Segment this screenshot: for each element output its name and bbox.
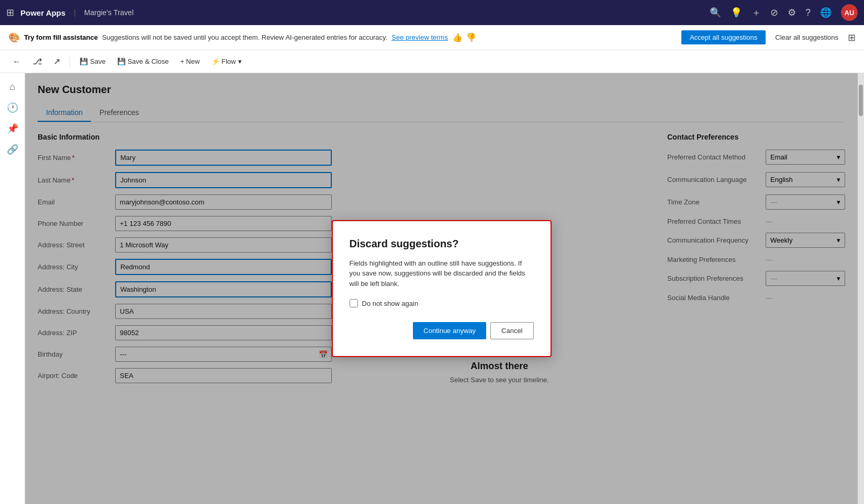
sidebar-clock-icon[interactable]: 🕐 xyxy=(3,98,22,117)
top-nav-right: 🔍 💡 ＋ ⊘ ⚙ ? 🌐 AU xyxy=(710,4,858,21)
thumbs-container: 👍 👎 xyxy=(452,32,476,42)
new-label: + New xyxy=(180,58,199,65)
sidebar-home-icon[interactable]: ⌂ xyxy=(3,77,22,96)
do-not-show-checkbox[interactable] xyxy=(350,299,358,307)
globe-icon[interactable]: 🌐 xyxy=(820,7,832,18)
ai-icon: 🎨 xyxy=(8,32,20,43)
thumbs-down-icon[interactable]: 👎 xyxy=(466,32,476,42)
modal-body: Fields highlighted with an outline still… xyxy=(350,258,534,289)
share-icon: ↗ xyxy=(53,56,60,66)
avatar[interactable]: AU xyxy=(841,4,858,21)
save-button[interactable]: 💾 Save xyxy=(75,55,110,67)
app-name: Margie's Travel xyxy=(84,8,133,17)
thumbs-up-icon[interactable]: 👍 xyxy=(452,32,463,42)
side-icon[interactable]: ⊞ xyxy=(848,32,856,43)
sidebar-network-icon[interactable]: 🔗 xyxy=(3,140,22,159)
save-close-icon: 💾 xyxy=(117,58,126,65)
flow-chevron-icon: ▾ xyxy=(238,58,242,65)
modal-actions: Continue anyway Cancel xyxy=(350,322,534,339)
flow-button[interactable]: ⚡ Flow ▾ xyxy=(207,55,246,67)
sidebar-pin-icon[interactable]: 📌 xyxy=(3,119,22,138)
settings-icon[interactable]: ⚙ xyxy=(788,7,796,18)
save-close-label: Save & Close xyxy=(128,58,169,65)
fork-icon: ⎇ xyxy=(32,56,42,66)
toolbar: ← ⎇ ↗ 💾 Save 💾 Save & Close + New ⚡ Flow… xyxy=(0,50,864,73)
main-layout: ⌂ 🕐 📌 🔗 New Customer Information Prefere… xyxy=(0,73,864,504)
suggestion-text: Suggestions will not be saved until you … xyxy=(102,33,387,41)
clear-all-button[interactable]: Clear all suggestions xyxy=(770,30,844,44)
content-area: New Customer Information Preferences Bas… xyxy=(25,73,858,504)
save-icon: 💾 xyxy=(80,58,88,65)
modal-title: Discard suggestions? xyxy=(350,238,534,250)
left-sidebar: ⌂ 🕐 📌 🔗 xyxy=(0,73,25,504)
accept-all-button[interactable]: Accept all suggestions xyxy=(681,30,766,44)
continue-anyway-button[interactable]: Continue anyway xyxy=(413,322,486,339)
suggestion-bold: Try form fill assistance xyxy=(24,33,98,41)
save-label: Save xyxy=(90,58,106,65)
nav-divider: | xyxy=(74,8,76,17)
lightbulb-icon[interactable]: 💡 xyxy=(731,7,742,18)
toolbar-divider-1 xyxy=(70,56,70,67)
save-close-button[interactable]: 💾 Save & Close xyxy=(113,55,173,67)
top-nav: ⊞ Power Apps | Margie's Travel 🔍 💡 ＋ ⊘ ⚙… xyxy=(0,0,864,25)
brand-name: Power Apps xyxy=(20,8,65,17)
flow-label: ⚡ Flow xyxy=(211,58,236,65)
suggestion-bar-right: Accept all suggestions Clear all suggest… xyxy=(681,30,856,44)
filter-icon[interactable]: ⊘ xyxy=(770,7,778,18)
discard-modal: Discard suggestions? Fields highlighted … xyxy=(332,220,552,358)
grid-icon[interactable]: ⊞ xyxy=(6,7,14,18)
preview-terms-link[interactable]: See preview terms xyxy=(391,33,448,41)
back-icon: ← xyxy=(13,57,21,66)
help-icon[interactable]: ? xyxy=(805,7,811,18)
scrollbar[interactable] xyxy=(858,73,864,504)
add-icon[interactable]: ＋ xyxy=(751,6,761,19)
scrollbar-thumb[interactable] xyxy=(859,85,863,116)
back-button[interactable]: ← xyxy=(8,55,25,68)
cancel-button[interactable]: Cancel xyxy=(490,322,533,339)
do-not-show-row: Do not show again xyxy=(350,299,534,307)
search-icon[interactable]: 🔍 xyxy=(710,7,721,18)
suggestion-bar: 🎨 Try form fill assistance Suggestions w… xyxy=(0,25,864,50)
fork-button[interactable]: ⎇ xyxy=(28,54,46,68)
do-not-show-label: Do not show again xyxy=(362,300,419,307)
suggestion-bar-left: 🎨 Try form fill assistance Suggestions w… xyxy=(8,32,676,43)
new-button[interactable]: + New xyxy=(176,55,204,67)
modal-overlay: Discard suggestions? Fields highlighted … xyxy=(25,73,858,504)
share-button[interactable]: ↗ xyxy=(49,54,64,68)
